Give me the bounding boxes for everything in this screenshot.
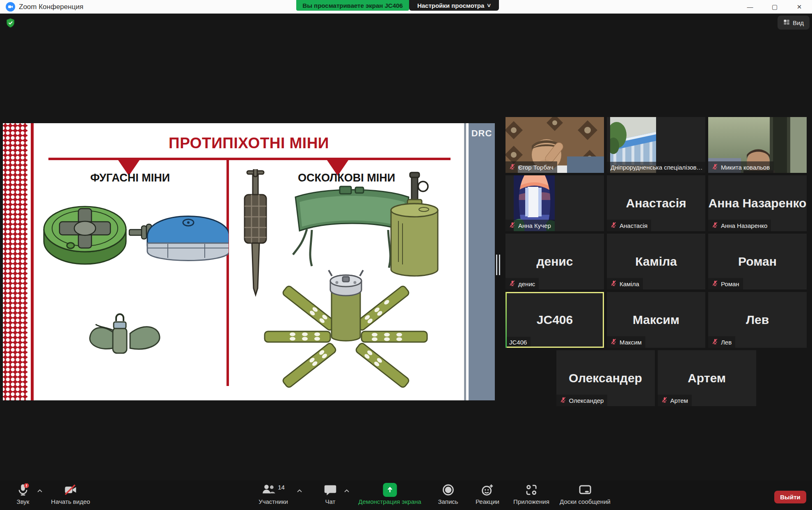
view-button[interactable]: Вид: [778, 16, 810, 30]
chat-button-label: Чат: [325, 498, 336, 505]
participant-name: Олександер: [569, 397, 604, 404]
participant-name: Анна Назаренко: [721, 222, 767, 229]
participant-tile-active-speaker[interactable]: JC406 JC406: [505, 292, 604, 348]
participant-name: JC406: [509, 339, 527, 346]
participant-name: Каміла: [620, 280, 639, 287]
audio-button-label: Звук: [17, 498, 30, 505]
reactions-button[interactable]: Реакции: [476, 483, 499, 505]
drc-logo: DRC: [469, 128, 495, 139]
screen-share-banner: Вы просматриваете экран JC406: [296, 0, 409, 11]
shared-screen-slide: ПРОТИПІХОТНІ МІНИ ФУГАСНІ МІНИ ОСКОЛКОВІ…: [3, 123, 495, 400]
muted-mic-icon: [712, 280, 718, 287]
muted-mic-icon: [509, 163, 515, 171]
apps-icon: [525, 483, 538, 497]
participant-name: денис: [518, 280, 535, 287]
participant-name: Максим: [620, 339, 642, 346]
participant-tile[interactable]: Дніпрорудненська спеціалізов…: [607, 117, 705, 173]
minimize-button[interactable]: —: [741, 0, 759, 14]
muted-mic-icon: [611, 280, 617, 287]
muted-mic-icon: [712, 163, 718, 171]
participant-name: Дніпрорудненська спеціалізов…: [611, 164, 702, 171]
participant-tile[interactable]: Лев Лев: [708, 292, 807, 348]
reactions-button-label: Реакции: [476, 498, 499, 505]
participant-grid-last-row: Олександер Олександер Артем Артем: [505, 350, 807, 406]
apps-button-label: Приложения: [513, 498, 549, 505]
record-button-label: Запись: [438, 498, 458, 505]
apps-button[interactable]: Приложения: [513, 483, 549, 505]
blast-mines-illustration: [36, 185, 229, 390]
share-screen-button[interactable]: Демонстрация экрана: [358, 483, 421, 505]
meeting-toolbar: Звук Начать видео 14 Участники Чат: [0, 480, 812, 510]
reactions-smiley-icon: [481, 483, 494, 497]
whiteboards-button[interactable]: Доски сообщений: [560, 483, 611, 505]
video-button-label: Начать видео: [51, 498, 90, 505]
participants-icon: [262, 482, 276, 497]
slide-red-rule-left: [31, 123, 34, 400]
slide-red-hline: [48, 158, 451, 160]
participant-tile[interactable]: Роман Роман: [708, 234, 807, 289]
participants-options-chevron[interactable]: [297, 487, 302, 494]
participant-tile[interactable]: денис денис: [505, 234, 604, 289]
chat-button[interactable]: Чат: [324, 483, 336, 505]
muted-mic-icon: [712, 222, 718, 229]
participants-button-label: Участники: [258, 498, 288, 505]
participant-tile[interactable]: Анна Кучер: [505, 175, 604, 231]
muted-mic-icon: [611, 338, 617, 346]
share-screen-icon: [383, 483, 397, 497]
security-shield-icon[interactable]: [6, 18, 15, 30]
muted-mic-icon: [611, 222, 617, 229]
muted-mic-icon: [661, 397, 668, 404]
video-button[interactable]: Начать видео: [51, 483, 90, 505]
record-icon: [442, 483, 454, 497]
participant-name: Роман: [721, 280, 739, 287]
participant-name: Анна Кучер: [518, 222, 551, 229]
participant-grid: Єгор Торбач Дніпрорудненська спеціалізов…: [505, 117, 807, 348]
zoom-logo-icon: [6, 2, 15, 11]
view-settings-label: Настройки просмотра: [417, 2, 484, 9]
maximize-button[interactable]: ▢: [766, 0, 784, 14]
audio-options-chevron[interactable]: [37, 487, 43, 494]
muted-mic-icon: [509, 280, 515, 287]
whiteboards-button-label: Доски сообщений: [560, 498, 611, 505]
participant-tile[interactable]: Анастасія Анастасія: [607, 175, 705, 231]
view-button-label: Вид: [793, 19, 804, 26]
chevron-down-icon: ˅: [487, 2, 491, 9]
chat-options-chevron[interactable]: [344, 487, 350, 494]
participant-tile[interactable]: Каміла Каміла: [607, 234, 705, 289]
participant-name: Лев: [721, 339, 732, 346]
window-titlebar: Zoom Конференция Вы просматриваете экран…: [0, 0, 812, 14]
participant-name: Артем: [670, 397, 688, 404]
slide-scroll-indicator[interactable]: [496, 255, 501, 275]
leave-meeting-button[interactable]: Выйти: [774, 491, 806, 503]
record-button[interactable]: Запись: [438, 483, 458, 505]
audio-button[interactable]: Звук: [16, 483, 30, 505]
gallery-view-icon: [783, 19, 790, 27]
participant-name: Єгор Торбач: [518, 164, 554, 171]
participants-count-badge: 14: [278, 484, 285, 491]
participant-name: Анастасія: [620, 222, 647, 229]
microphone-icon: [16, 483, 30, 497]
whiteboard-icon: [579, 483, 592, 497]
slide-dot-pattern: [3, 123, 27, 400]
fragmentation-mines-illustration: [229, 169, 464, 393]
participants-button[interactable]: 14 Участники: [258, 483, 288, 505]
view-settings-dropdown[interactable]: Настройки просмотра˅: [409, 0, 499, 11]
participant-tile[interactable]: Артем Артем: [658, 350, 756, 406]
muted-mic-icon: [712, 338, 718, 346]
camera-off-icon: [64, 483, 78, 497]
participant-tile[interactable]: Олександер Олександер: [556, 350, 655, 406]
muted-mic-icon: [509, 222, 515, 229]
participant-name: Микита ковальов: [721, 164, 770, 171]
participant-tile[interactable]: Микита ковальов: [708, 117, 807, 173]
chat-bubble-icon: [324, 483, 336, 497]
left-column-heading: ФУГАСНІ МІНИ: [34, 172, 226, 184]
slide-title: ПРОТИПІХОТНІ МІНИ: [34, 135, 464, 152]
participant-tile[interactable]: Анна Назаренко Анна Назаренко: [708, 175, 807, 231]
participant-tile[interactable]: Єгор Торбач: [505, 117, 604, 173]
muted-mic-icon: [560, 397, 566, 404]
share-screen-label: Демонстрация экрана: [358, 498, 421, 505]
drc-sidebar: DRC: [469, 123, 495, 400]
participant-tile[interactable]: Максим Максим: [607, 292, 705, 348]
window-title: Zoom Конференция: [19, 3, 83, 11]
close-button[interactable]: ✕: [790, 0, 808, 14]
